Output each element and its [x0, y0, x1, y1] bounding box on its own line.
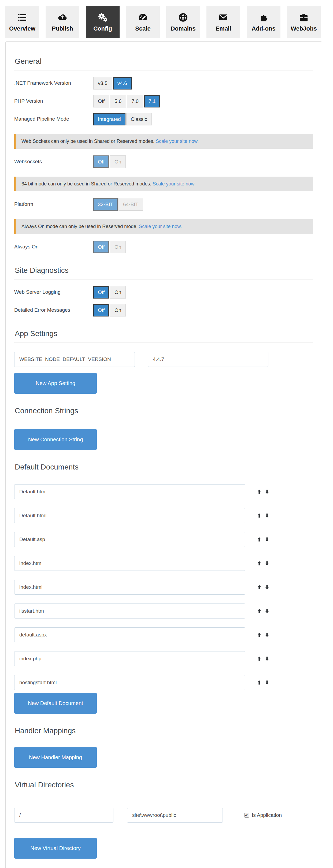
default-document-input[interactable] [14, 484, 245, 499]
section-heading-connection-strings: Connection Strings [14, 406, 313, 420]
move-down-button[interactable] [264, 680, 270, 686]
default-document-row [14, 556, 313, 571]
move-down-button[interactable] [264, 560, 270, 566]
default-document-row [14, 532, 313, 547]
reorder-controls [256, 680, 270, 686]
toggle-group: 32-BIT64-BIT [93, 198, 143, 211]
new-app-setting-button[interactable]: New App Setting [14, 373, 97, 394]
default-document-input[interactable] [14, 603, 245, 619]
tab-publish[interactable]: Publish [46, 6, 79, 38]
move-down-button[interactable] [264, 584, 270, 590]
toggle-option[interactable]: 7.1 [144, 95, 160, 107]
toggle-group: v3.5v4.6 [93, 77, 132, 90]
section-handler-mappings: Handler Mappings New Handler Mapping [14, 726, 313, 768]
move-down-button[interactable] [264, 608, 270, 614]
toggle-option[interactable]: Integrated [93, 113, 125, 125]
move-down-button[interactable] [264, 536, 270, 542]
tab-label: WebJobs [291, 25, 316, 32]
default-document-input[interactable] [14, 675, 245, 690]
default-document-input[interactable] [14, 651, 245, 666]
config-panel: General .NET Framework Versionv3.5v4.6PH… [5, 41, 322, 868]
warning-notice: Web Sockets can only be used in Shared o… [14, 134, 313, 149]
toggle-option[interactable]: On [110, 241, 126, 253]
toggle-option[interactable]: Off [93, 286, 109, 299]
reorder-controls [256, 656, 270, 662]
new-connection-string-button[interactable]: New Connection String [14, 429, 97, 450]
default-document-input[interactable] [14, 508, 245, 523]
move-up-button[interactable] [256, 632, 262, 638]
scale-site-link[interactable]: Scale your site now. [139, 224, 182, 229]
tab-email[interactable]: Email [207, 6, 240, 38]
move-down-button[interactable] [264, 656, 270, 662]
move-up-button[interactable] [256, 584, 262, 590]
toggle-option[interactable]: Off [93, 241, 109, 253]
new-default-document-button[interactable]: New Default Document [14, 693, 97, 714]
toggle-option[interactable]: Off [93, 155, 109, 168]
virtual-directory-input[interactable] [14, 808, 113, 823]
default-document-row [14, 484, 313, 499]
move-up-button[interactable] [256, 656, 262, 662]
toggle-option[interactable]: 7.0 [127, 95, 143, 107]
toggle-option[interactable]: Classic [126, 113, 152, 125]
setting-row: Always OnOffOn [14, 240, 313, 253]
reorder-controls [256, 608, 270, 614]
move-up-button[interactable] [256, 680, 262, 686]
app-setting-value-input[interactable] [148, 352, 268, 367]
globe-icon [178, 12, 188, 23]
toggle-option[interactable]: 64-BIT [119, 198, 143, 211]
default-document-row [14, 675, 313, 690]
toggle-option[interactable]: On [110, 155, 126, 168]
toggle-option[interactable]: v4.6 [113, 77, 132, 90]
section-virtual-directories: Virtual Directories Is Application New V… [14, 781, 313, 859]
move-up-button[interactable] [256, 489, 262, 495]
scale-site-link[interactable]: Scale your site now. [153, 181, 195, 187]
toggle-group: OffOn [93, 155, 126, 168]
default-document-row [14, 580, 313, 595]
scale-site-link[interactable]: Scale your site now. [156, 138, 199, 144]
move-down-button[interactable] [264, 513, 270, 519]
toggle-option[interactable]: v3.5 [93, 77, 112, 90]
reorder-controls [256, 560, 270, 566]
is-application-label: Is Application [252, 812, 282, 818]
move-up-button[interactable] [256, 608, 262, 614]
move-down-button[interactable] [264, 489, 270, 495]
default-document-input[interactable] [14, 532, 245, 547]
tab-webjobs[interactable]: WebJobs [287, 6, 321, 38]
section-app-settings: App Settings New App Setting [14, 329, 313, 394]
site-diagnostics-body: Web Server LoggingOffOnDetailed Error Me… [14, 280, 313, 316]
tab-config[interactable]: Config [86, 6, 120, 38]
move-up-button[interactable] [256, 513, 262, 519]
setting-row: Managed Pipeline ModeIntegratedClassic [14, 113, 313, 125]
tab-overview[interactable]: Overview [5, 6, 39, 38]
toggle-option[interactable]: On [110, 304, 126, 316]
default-document-input[interactable] [14, 580, 245, 595]
toggle-option[interactable]: 5.6 [110, 95, 126, 107]
gauge-icon [138, 12, 148, 23]
reorder-controls [256, 513, 270, 519]
default-document-input[interactable] [14, 627, 245, 642]
tab-domains[interactable]: Domains [166, 6, 200, 38]
tab-label: Config [93, 25, 112, 32]
is-application-checkbox[interactable] [244, 813, 249, 817]
tab-label: Add-ons [251, 25, 275, 32]
section-heading-site-diagnostics: Site Diagnostics [14, 266, 313, 280]
notice-text: 64 bit mode can only be used in Shared o… [22, 181, 153, 187]
toggle-option[interactable]: On [110, 286, 126, 299]
toggle-option[interactable]: Off [93, 95, 109, 107]
reorder-controls [256, 536, 270, 542]
default-document-input[interactable] [14, 556, 245, 571]
move-up-button[interactable] [256, 560, 262, 566]
reorder-controls [256, 584, 270, 590]
default-document-row [14, 508, 313, 523]
toggle-option[interactable]: 32-BIT [93, 198, 118, 211]
tab-add-ons[interactable]: Add-ons [247, 6, 280, 38]
app-setting-key-input[interactable] [14, 352, 135, 367]
new-handler-mapping-button[interactable]: New Handler Mapping [14, 747, 97, 768]
tab-scale[interactable]: Scale [126, 6, 160, 38]
new-virtual-directory-button[interactable]: New Virtual Directory [14, 838, 97, 859]
physical-path-input[interactable] [127, 808, 223, 823]
move-down-button[interactable] [264, 632, 270, 638]
toggle-option[interactable]: Off [93, 304, 109, 316]
section-heading-general: General [14, 57, 313, 70]
move-up-button[interactable] [256, 536, 262, 542]
